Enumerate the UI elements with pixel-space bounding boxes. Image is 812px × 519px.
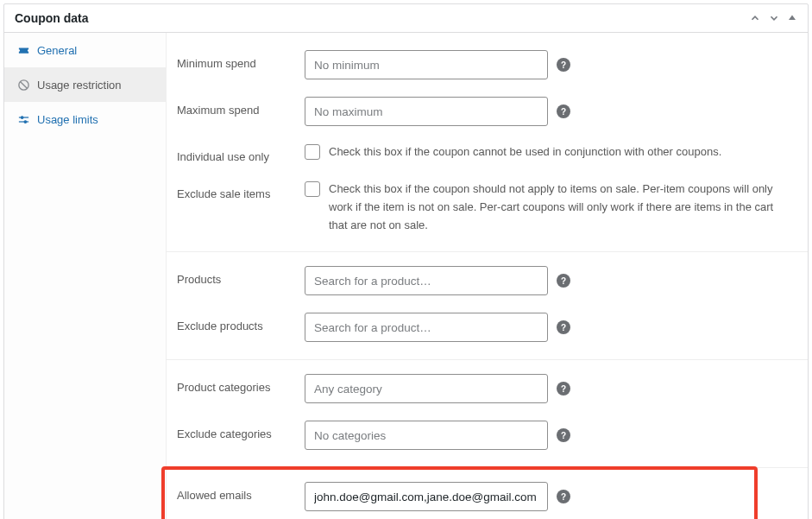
desc-exclude-sale: Check this box if the coupon should not … — [329, 180, 797, 234]
sidebar-item-general[interactable]: General — [4, 33, 166, 67]
label-products: Products — [177, 266, 305, 286]
svg-marker-0 — [789, 16, 796, 21]
spend-section: Minimum spend ? Maximum spend ? Individu… — [167, 36, 808, 252]
help-icon[interactable]: ? — [557, 490, 570, 503]
select-product-categories[interactable]: Any category — [305, 374, 548, 403]
row-minimum-spend: Minimum spend ? — [177, 41, 797, 88]
input-maximum-spend[interactable] — [305, 97, 548, 126]
coupon-tabs-sidebar: General Usage restriction Usage limits — [4, 33, 167, 519]
svg-point-5 — [21, 116, 23, 118]
label-exclude-products: Exclude products — [177, 313, 305, 332]
move-down-icon[interactable] — [768, 12, 780, 24]
label-exclude-sale: Exclude sale items — [177, 180, 305, 200]
input-minimum-spend[interactable] — [305, 50, 548, 79]
row-exclude-categories: Exclude categories No categories ? — [177, 412, 797, 459]
ticket-icon — [16, 43, 30, 57]
help-icon[interactable]: ? — [557, 428, 570, 442]
help-icon[interactable]: ? — [557, 382, 570, 396]
row-individual-use: Individual use only Check this box if th… — [177, 135, 797, 172]
emails-section: Allowed emails ? — [167, 468, 808, 519]
row-maximum-spend: Maximum spend ? — [177, 88, 797, 135]
sidebar-item-usage-limits[interactable]: Usage limits — [4, 102, 166, 136]
sidebar-item-label: Usage limits — [37, 113, 98, 126]
help-icon[interactable]: ? — [557, 320, 570, 334]
categories-section: Product categories Any category ? Exclud… — [167, 360, 808, 468]
sidebar-item-label: General — [37, 44, 77, 57]
checkbox-exclude-sale[interactable] — [305, 181, 320, 197]
desc-individual-use: Check this box if the coupon cannot be u… — [329, 143, 732, 161]
help-icon[interactable]: ? — [557, 274, 570, 288]
collapse-icon[interactable] — [787, 12, 797, 24]
row-exclude-sale: Exclude sale items Check this box if the… — [177, 172, 797, 243]
sidebar-item-label: Usage restriction — [37, 79, 122, 92]
sidebar-item-usage-restriction[interactable]: Usage restriction — [4, 67, 166, 102]
help-icon[interactable]: ? — [557, 58, 570, 72]
content-area: Minimum spend ? Maximum spend ? Individu… — [167, 33, 808, 519]
label-product-categories: Product categories — [177, 374, 305, 394]
panel-header-controls — [749, 12, 797, 24]
panel-body: General Usage restriction Usage limits M… — [4, 33, 808, 519]
move-up-icon[interactable] — [749, 12, 761, 24]
select-exclude-products[interactable]: Search for a product… — [305, 313, 548, 342]
checkbox-individual-use[interactable] — [305, 144, 320, 160]
input-allowed-emails[interactable] — [305, 482, 548, 511]
row-allowed-emails: Allowed emails ? — [177, 473, 797, 519]
select-exclude-categories[interactable]: No categories — [305, 421, 548, 450]
block-icon — [16, 78, 30, 92]
label-individual-use: Individual use only — [177, 143, 305, 163]
row-product-categories: Product categories Any category ? — [177, 365, 797, 412]
panel-title: Coupon data — [15, 11, 89, 25]
label-minimum-spend: Minimum spend — [177, 50, 305, 70]
select-products[interactable]: Search for a product… — [305, 266, 548, 295]
help-icon[interactable]: ? — [557, 104, 570, 118]
panel-header: Coupon data — [4, 4, 808, 33]
label-allowed-emails: Allowed emails — [177, 482, 305, 502]
label-maximum-spend: Maximum spend — [177, 97, 305, 117]
label-exclude-categories: Exclude categories — [177, 421, 305, 440]
products-section: Products Search for a product… ? Exclude… — [167, 252, 808, 360]
row-exclude-products: Exclude products Search for a product… ? — [177, 304, 797, 351]
svg-line-2 — [20, 81, 27, 88]
sliders-icon — [16, 112, 30, 126]
svg-point-6 — [24, 120, 27, 123]
row-products: Products Search for a product… ? — [177, 257, 797, 304]
coupon-data-panel: Coupon data General — [3, 3, 809, 519]
